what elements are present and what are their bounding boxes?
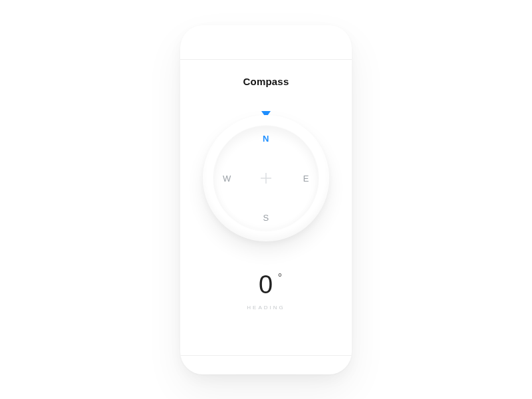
app-title: Compass <box>180 76 352 87</box>
heading-label: HEADING <box>180 305 352 311</box>
direction-east: E <box>303 173 309 183</box>
heading-value-wrap: 0 ° <box>259 271 273 299</box>
phone-frame: Compass N E S W 0 ° H <box>180 25 352 374</box>
heading-readout: 0 ° HEADING <box>180 271 352 311</box>
compass-dial[interactable]: N E S W <box>213 126 319 231</box>
bottom-divider <box>180 355 352 356</box>
direction-west: W <box>223 173 231 183</box>
compass[interactable]: N E S W <box>203 115 329 241</box>
direction-north: N <box>263 134 269 144</box>
crosshair-icon <box>259 172 273 185</box>
stage: Compass N E S W 0 ° H <box>0 0 532 399</box>
heading-value: 0 <box>259 271 273 299</box>
degree-symbol: ° <box>278 272 283 284</box>
status-bar <box>180 25 352 60</box>
direction-south: S <box>263 213 269 223</box>
